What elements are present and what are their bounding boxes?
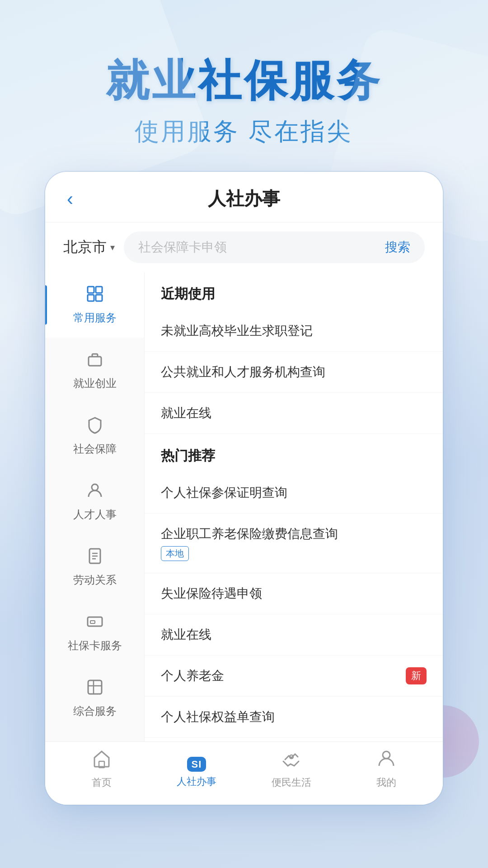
sidebar-label-general: 综合服务 bbox=[73, 704, 117, 718]
sidebar-label-card: 社保卡服务 bbox=[68, 638, 122, 653]
nav-item-life[interactable]: 便民生活 bbox=[244, 749, 339, 789]
sidebar-label-talent: 人才人事 bbox=[73, 507, 117, 522]
sidebar-label-social: 社会保障 bbox=[73, 442, 117, 456]
nav-label-home: 首页 bbox=[92, 776, 112, 789]
document-icon bbox=[86, 547, 104, 569]
si-badge-icon: SI bbox=[187, 750, 206, 772]
city-label: 北京市 bbox=[63, 237, 107, 257]
list-item-text: 个人养老金 bbox=[161, 667, 406, 684]
svg-rect-9 bbox=[88, 680, 102, 694]
briefcase-icon bbox=[86, 350, 104, 373]
back-button[interactable]: ‹ bbox=[67, 188, 73, 210]
svg-rect-0 bbox=[88, 287, 94, 293]
svg-point-5 bbox=[92, 484, 98, 491]
search-area: 北京市 ▾ 社会保障卡申领 搜索 bbox=[45, 222, 443, 272]
grid-icon bbox=[86, 285, 104, 307]
sidebar-item-general[interactable]: 综合服务 bbox=[45, 665, 144, 731]
sidebar-item-labor[interactable]: 劳动关系 bbox=[45, 534, 144, 600]
section-hot-header: 热门推荐 bbox=[145, 434, 443, 472]
list-item-text: 个人社保参保证明查询 bbox=[161, 484, 427, 501]
sidebar-item-social[interactable]: 社会保障 bbox=[45, 403, 144, 469]
hero-main-title: 就业社保服务 bbox=[27, 54, 461, 106]
sidebar-item-common[interactable]: 常用服务 bbox=[45, 272, 144, 338]
svg-point-12 bbox=[383, 751, 390, 759]
nav-item-renshiban[interactable]: SI 人社办事 bbox=[149, 750, 244, 788]
svg-rect-2 bbox=[88, 295, 94, 301]
svg-rect-1 bbox=[96, 287, 102, 293]
list-item-text: 个人社保权益单查询 bbox=[161, 708, 427, 726]
sidebar: 常用服务 就业创业 社会保障 bbox=[45, 272, 145, 805]
city-selector[interactable]: 北京市 ▾ bbox=[63, 237, 115, 257]
top-bar: ‹ 人社办事 bbox=[45, 172, 443, 222]
list-item-text: 就业在线 bbox=[161, 405, 427, 422]
sidebar-label-labor: 劳动关系 bbox=[73, 573, 117, 587]
tag-new: 新 bbox=[406, 667, 427, 684]
apps-icon bbox=[86, 678, 104, 700]
list-item[interactable]: 就业在线 bbox=[145, 614, 443, 656]
list-item[interactable]: 失业保险待遇申领 bbox=[145, 573, 443, 614]
list-item-text: 企业职工养老保险缴费信息查询 本地 bbox=[161, 525, 427, 561]
nav-item-home[interactable]: 首页 bbox=[54, 749, 149, 789]
nav-item-mine[interactable]: 我的 bbox=[339, 749, 434, 789]
search-box[interactable]: 社会保障卡申领 搜索 bbox=[124, 231, 425, 263]
nav-label-renshiban: 人社办事 bbox=[177, 775, 216, 788]
sidebar-item-talent[interactable]: 人才人事 bbox=[45, 469, 144, 534]
list-item-text: 未就业高校毕业生求职登记 bbox=[161, 322, 427, 340]
list-item-text: 失业保险待遇申领 bbox=[161, 585, 427, 602]
list-item[interactable]: 公共就业和人才服务机构查询 bbox=[145, 352, 443, 393]
list-item-text: 公共就业和人才服务机构查询 bbox=[161, 363, 427, 381]
svg-rect-8 bbox=[90, 621, 95, 623]
home-icon bbox=[92, 749, 112, 773]
phone-frame: ‹ 人社办事 北京市 ▾ 社会保障卡申领 搜索 bbox=[45, 172, 443, 805]
user-icon bbox=[376, 749, 396, 773]
sidebar-item-card[interactable]: 社保卡服务 bbox=[45, 600, 144, 665]
page-title: 人社办事 bbox=[208, 186, 280, 211]
card-icon bbox=[86, 613, 104, 635]
sidebar-label-employment: 就业创业 bbox=[73, 376, 117, 391]
chevron-down-icon: ▾ bbox=[110, 242, 115, 253]
hero-sub-title: 使用服务 尽在指尖 bbox=[27, 115, 461, 148]
list-item[interactable]: 个人社保权益单查询 bbox=[145, 697, 443, 738]
svg-rect-3 bbox=[96, 295, 102, 301]
nav-label-mine: 我的 bbox=[376, 776, 396, 789]
list-item[interactable]: 企业职工养老保险缴费信息查询 本地 bbox=[145, 514, 443, 573]
sidebar-item-employment[interactable]: 就业创业 bbox=[45, 338, 144, 403]
person-icon bbox=[86, 481, 104, 504]
shield-icon bbox=[86, 416, 104, 438]
section-recent-header: 近期使用 bbox=[145, 272, 443, 311]
search-button[interactable]: 搜索 bbox=[385, 239, 410, 256]
list-item[interactable]: 就业在线 bbox=[145, 393, 443, 434]
sidebar-label-common: 常用服务 bbox=[73, 311, 117, 325]
bottom-nav: 首页 SI 人社办事 便民生活 bbox=[45, 741, 443, 805]
list-item[interactable]: 个人养老金 新 bbox=[145, 656, 443, 697]
right-content: 近期使用 未就业高校毕业生求职登记 公共就业和人才服务机构查询 就业在线 热门推… bbox=[145, 272, 443, 805]
search-placeholder: 社会保障卡申领 bbox=[138, 239, 227, 256]
tag-local: 本地 bbox=[161, 546, 189, 561]
handshake-icon bbox=[282, 749, 301, 773]
nav-label-life: 便民生活 bbox=[272, 776, 311, 789]
list-item[interactable]: 个人社保参保证明查询 bbox=[145, 472, 443, 514]
list-item-text: 就业在线 bbox=[161, 626, 427, 643]
content-area: 常用服务 就业创业 社会保障 bbox=[45, 272, 443, 805]
svg-rect-4 bbox=[89, 357, 101, 366]
list-item[interactable]: 未就业高校毕业生求职登记 bbox=[145, 311, 443, 352]
